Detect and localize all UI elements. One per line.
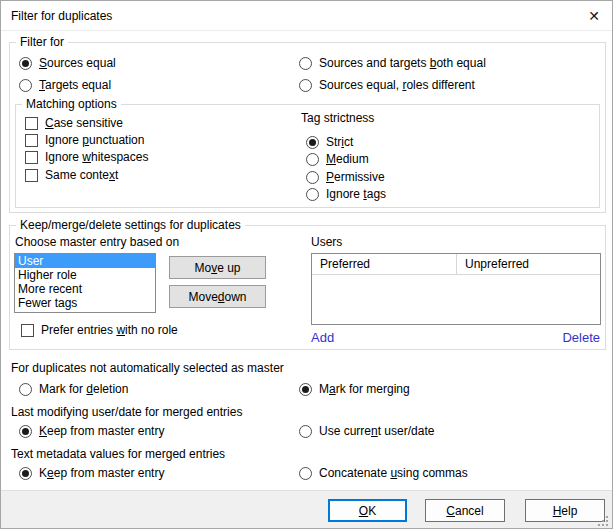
radio-sources-equal[interactable]: Sources equal — [19, 55, 116, 71]
radio-label: Sources and targets both equal — [319, 56, 486, 70]
close-icon[interactable]: ✕ — [580, 4, 608, 28]
checkbox-icon — [25, 134, 38, 147]
checkbox-icon — [21, 324, 34, 337]
move-down-button[interactable]: Move down — [169, 285, 266, 308]
radio-label: Targets equal — [39, 78, 111, 92]
move-up-button[interactable]: Move up — [169, 256, 266, 279]
choose-master-label: Choose master entry based on — [15, 235, 179, 249]
checkbox-label: Ignore whitespaces — [45, 150, 148, 164]
tag-strictness-label: Tag strictness — [301, 111, 374, 125]
radio-keep-from-master-metadata[interactable]: Keep from master entry — [19, 465, 164, 481]
radio-label: Sources equal, roles different — [319, 78, 475, 92]
radio-sources-targets-both-equal[interactable]: Sources and targets both equal — [299, 55, 486, 71]
checkbox-label: Same context — [45, 168, 118, 182]
radio-use-current-user-date[interactable]: Use current user/date — [299, 423, 434, 439]
checkbox-icon — [25, 151, 38, 164]
matching-options-legend: Matching options — [22, 97, 121, 111]
column-header-preferred[interactable]: Preferred — [312, 254, 457, 274]
keep-merge-legend: Keep/merge/delete settings for duplicate… — [16, 218, 245, 232]
checkbox-ignore-punctuation[interactable]: Ignore punctuation — [25, 132, 144, 148]
resize-grip-icon[interactable] — [598, 516, 608, 526]
radio-mark-for-deletion[interactable]: Mark for deletion — [19, 381, 128, 397]
radio-mark-for-merging[interactable]: Mark for merging — [299, 381, 410, 397]
list-item[interactable]: Higher role — [15, 268, 155, 282]
radio-label: Medium — [326, 152, 369, 166]
list-item[interactable]: Fewer tags — [15, 296, 155, 310]
radio-label: Ignore tags — [326, 187, 386, 201]
radio-icon — [306, 153, 319, 166]
radio-label: Use current user/date — [319, 424, 434, 438]
checkbox-same-context[interactable]: Same context — [25, 167, 118, 183]
checkbox-label: Prefer entries with no role — [41, 323, 178, 337]
radio-icon — [299, 467, 312, 480]
footer-bar: OK Cancel Help — [1, 490, 612, 529]
users-label: Users — [311, 235, 342, 249]
column-header-unpreferred[interactable]: Unpreferred — [457, 254, 600, 274]
master-fallback-label: For duplicates not automatically selecte… — [11, 361, 284, 375]
radio-icon — [306, 136, 319, 149]
checkbox-icon — [25, 169, 38, 182]
radio-label: Permissive — [326, 170, 385, 184]
radio-label: Keep from master entry — [39, 424, 164, 438]
radio-icon — [19, 425, 32, 438]
checkbox-label: Ignore punctuation — [45, 133, 144, 147]
help-button[interactable]: Help — [525, 499, 605, 522]
modifier-info-label: Last modifying user/date for merged entr… — [11, 405, 242, 419]
radio-icon — [306, 188, 319, 201]
checkbox-ignore-whitespaces[interactable]: Ignore whitespaces — [25, 149, 148, 165]
radio-icon — [19, 467, 32, 480]
radio-targets-equal[interactable]: Targets equal — [19, 77, 111, 93]
dialog-title: Filter for duplicates — [11, 9, 112, 23]
cancel-button[interactable]: Cancel — [425, 499, 505, 522]
radio-icon — [19, 57, 32, 70]
radio-icon — [19, 383, 32, 396]
text-metadata-label: Text metadata values for merged entries — [11, 447, 225, 461]
radio-label: Mark for merging — [319, 382, 410, 396]
radio-label: Keep from master entry — [39, 466, 164, 480]
filter-for-legend: Filter for — [16, 35, 68, 49]
radio-label: Mark for deletion — [39, 382, 128, 396]
filter-for-duplicates-dialog: Filter for duplicates ✕ Filter for Sourc… — [0, 0, 613, 529]
radio-icon — [299, 57, 312, 70]
radio-permissive[interactable]: Permissive — [306, 169, 385, 185]
users-table-header: Preferred Unpreferred — [312, 254, 600, 275]
list-item[interactable]: More recent — [15, 282, 155, 296]
add-link[interactable]: Add — [311, 330, 334, 345]
radio-concatenate-commas[interactable]: Concatenate using commas — [299, 465, 468, 481]
ok-button[interactable]: OK — [328, 499, 407, 522]
checkbox-prefer-no-role[interactable]: Prefer entries with no role — [21, 322, 178, 338]
radio-label: Sources equal — [39, 56, 116, 70]
users-table[interactable]: Preferred Unpreferred — [311, 253, 601, 325]
radio-sources-equal-roles-different[interactable]: Sources equal, roles different — [299, 77, 475, 93]
delete-link[interactable]: Delete — [562, 330, 600, 345]
checkbox-case-sensitive[interactable]: Case sensitive — [25, 115, 123, 131]
radio-label: Concatenate using commas — [319, 466, 468, 480]
radio-icon — [306, 171, 319, 184]
radio-ignore-tags[interactable]: Ignore tags — [306, 186, 386, 202]
radio-strict[interactable]: Strict — [306, 134, 353, 150]
radio-icon — [299, 79, 312, 92]
radio-keep-from-master-user[interactable]: Keep from master entry — [19, 423, 164, 439]
radio-icon — [299, 425, 312, 438]
checkbox-label: Case sensitive — [45, 116, 123, 130]
list-item[interactable]: User — [15, 254, 155, 268]
radio-icon — [299, 383, 312, 396]
radio-label: Strict — [326, 135, 353, 149]
checkbox-icon — [25, 117, 38, 130]
radio-medium[interactable]: Medium — [306, 151, 369, 167]
master-criteria-listbox[interactable]: User Higher role More recent Fewer tags — [14, 253, 156, 313]
title-bar: Filter for duplicates ✕ — [1, 1, 612, 31]
radio-icon — [19, 79, 32, 92]
